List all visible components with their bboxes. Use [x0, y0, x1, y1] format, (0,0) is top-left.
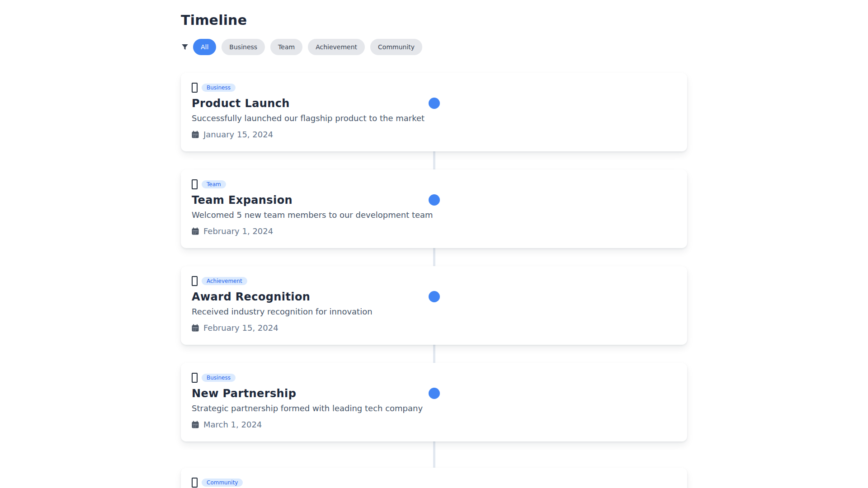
event-date: January 15, 2024	[203, 130, 273, 139]
category-badge: Achievement	[202, 277, 247, 285]
event-date-row: March 1, 2024	[192, 420, 676, 429]
event-emoji-placeholder-icon	[192, 179, 198, 189]
timeline-dot	[429, 194, 440, 206]
filter-funnel-icon	[181, 42, 189, 52]
calendar-icon	[192, 131, 199, 138]
main-container: Timeline All Business Team Achievement C…	[181, 11, 687, 488]
event-date: February 15, 2024	[203, 323, 278, 333]
filter-pill-business[interactable]: Business	[222, 39, 265, 55]
event-emoji-placeholder-icon	[192, 373, 198, 383]
filter-pill-achievement[interactable]: Achievement	[308, 39, 365, 55]
category-badge: Team	[202, 180, 226, 188]
timeline-card-product-launch: Business Product Launch Successfully lau…	[181, 73, 687, 151]
calendar-icon	[192, 324, 199, 332]
event-date-row: February 1, 2024	[192, 226, 676, 235]
filter-pill-community[interactable]: Community	[370, 39, 422, 55]
timeline-list: Business Product Launch Successfully lau…	[181, 73, 687, 488]
calendar-icon	[192, 421, 199, 428]
page-title: Timeline	[181, 11, 687, 30]
event-description: Successfully launched our flagship produ…	[192, 113, 676, 124]
event-emoji-placeholder-icon	[192, 478, 198, 488]
timeline-dot	[429, 388, 440, 399]
timeline-dot	[429, 291, 440, 302]
card-header-row: Community	[192, 478, 676, 488]
timeline-card-new-partnership: Business New Partnership Strategic partn…	[181, 363, 687, 441]
event-date-row: February 15, 2024	[192, 323, 676, 332]
category-badge: Business	[202, 84, 236, 92]
event-description: Welcomed 5 new team members to our devel…	[192, 210, 676, 221]
timeline-card-team-expansion: Team Team Expansion Welcomed 5 new team …	[181, 169, 687, 248]
filter-pill-all[interactable]: All	[193, 39, 216, 55]
event-date: March 1, 2024	[203, 420, 262, 429]
timeline-card-award-recognition: Achievement Award Recognition Received i…	[181, 266, 687, 345]
timeline-card-community: Community	[181, 468, 687, 488]
category-badge: Community	[202, 479, 243, 487]
filter-pill-team[interactable]: Team	[270, 39, 302, 55]
filter-bar: All Business Team Achievement Community	[181, 39, 687, 55]
event-emoji-placeholder-icon	[192, 276, 198, 286]
event-description: Strategic partnership formed with leadin…	[192, 403, 676, 414]
card-header-row: Achievement	[192, 276, 676, 286]
calendar-icon	[192, 227, 199, 235]
event-date-row: January 15, 2024	[192, 130, 676, 139]
card-header-row: Business	[192, 83, 676, 93]
event-date: February 1, 2024	[203, 226, 273, 236]
category-badge: Business	[202, 374, 236, 382]
event-description: Received industry recognition for innova…	[192, 306, 676, 317]
event-emoji-placeholder-icon	[192, 83, 198, 93]
card-header-row: Team	[192, 179, 676, 189]
card-header-row: Business	[192, 373, 676, 383]
timeline-dot	[429, 98, 440, 109]
